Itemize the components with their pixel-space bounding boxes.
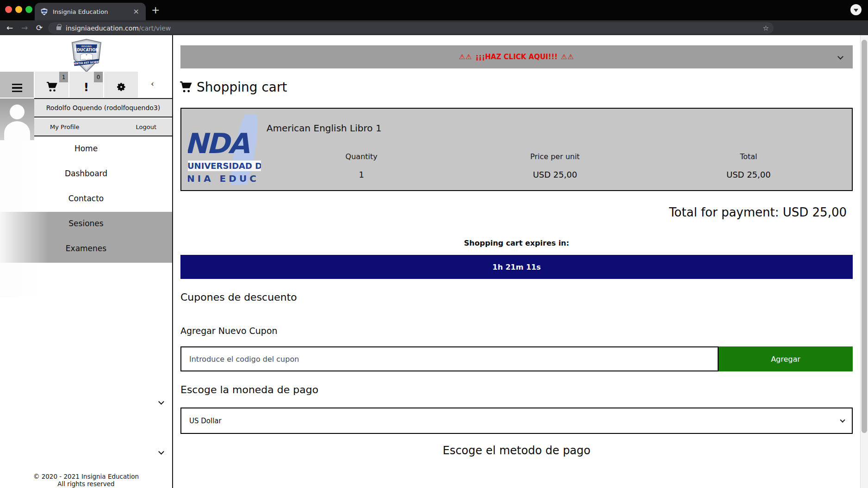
nav-label-home: Home (74, 144, 98, 153)
logout-link[interactable]: Logout (136, 124, 156, 130)
cart-expires-label: Shopping cart expires in: (180, 239, 853, 247)
examenes-chevron-down-icon (158, 449, 164, 455)
sidebar-item-sesiones[interactable]: Sesiones (0, 215, 172, 232)
tab-favicon-icon (40, 8, 48, 16)
select-chevron-down-icon (840, 417, 845, 422)
page-title-text: Shopping cart (197, 80, 287, 95)
forward-icon[interactable]: → (21, 20, 28, 35)
cart-count-badge: 1 (59, 72, 68, 82)
product-image-text1: NDA (188, 127, 248, 160)
total-label: Total (652, 152, 845, 161)
alert-icon: ! (84, 83, 89, 92)
coupons-heading: Cupones de descuento (180, 291, 297, 303)
scrollbar-thumb[interactable] (862, 40, 867, 433)
warning-banner[interactable]: ⚠⚠ ¡¡¡HAZ CLICK AQUI!!! ⚠⚠ (180, 45, 853, 68)
price-value: USD 25,00 (458, 170, 651, 179)
page-scrollbar[interactable] (860, 35, 868, 488)
browser-tab-bar: Insignia Education × + (0, 0, 868, 20)
main-content: ⚠⚠ ¡¡¡HAZ CLICK AQUI!!! ⚠⚠ Shopping cart… (174, 35, 868, 488)
sesiones-chevron-down-icon (158, 399, 164, 405)
currency-heading: Escoge la moneda de pago (180, 384, 318, 395)
add-coupon-heading: Agregar Nuevo Cupon (180, 326, 278, 336)
user-links-row: My Profile Logout (34, 118, 172, 136)
macos-fullscreen-button[interactable] (25, 6, 32, 13)
user-name-row: Rodolfo Oquendo (rodolfoquendo3) (34, 98, 172, 117)
tab-close-icon[interactable]: × (132, 8, 140, 15)
nav-label-examenes: Examenes (66, 244, 106, 253)
quantity-label: Quantity (265, 152, 458, 161)
url-path: /cart/view (139, 25, 171, 32)
user-avatar (0, 99, 34, 140)
screen: Insignia Education × + ← → ⟳ insigniaedu… (0, 0, 868, 488)
product-image-text3: NIA EDUC (188, 173, 259, 184)
address-bar[interactable]: insigniaeducation.com/cart/view ☆ (48, 22, 774, 34)
currency-select[interactable]: US Dollar (180, 408, 853, 434)
cart-icon (46, 82, 57, 92)
coupon-code-input[interactable] (180, 346, 719, 371)
sidebar-item-examenes[interactable]: Examenes (0, 240, 172, 257)
logo-line2: EDUCATION (74, 48, 99, 52)
warning-icon-right: ⚠⚠ (561, 53, 574, 61)
logo-line1: INSIGNIA (81, 45, 92, 48)
product-image: NDA UNIVERSIDAD DE NIA EDUC (188, 114, 261, 185)
price-label: Price per unit (458, 152, 651, 161)
avatar-head (10, 105, 25, 119)
nav-label-dashboard: Dashboard (65, 169, 107, 178)
hamburger-icon (12, 84, 22, 93)
sidebar: INSIGNIA EDUCATION SCIENTIA EST SCIENTIA… (0, 35, 173, 488)
sidebar-item-dashboard[interactable]: Dashboard (0, 165, 172, 182)
avatar-torso (4, 121, 30, 140)
url-domain: insigniaeducation.com (66, 25, 139, 32)
product-name: American English Libro 1 (267, 123, 382, 134)
copyright-line: © 2020 - 2021 Insignia Education (0, 473, 172, 480)
cart-timer-bar: 1h 21m 11s (180, 255, 853, 279)
my-profile-link[interactable]: My Profile (50, 124, 79, 130)
sidebar-settings-button[interactable] (104, 72, 138, 98)
payment-method-heading: Escoge el metodo de pago (180, 444, 853, 457)
new-tab-icon[interactable]: + (151, 4, 160, 16)
cart-timer-value: 1h 21m 11s (492, 263, 540, 272)
nav-label-sesiones: Sesiones (68, 219, 103, 228)
total-value: USD 25,00 (652, 170, 845, 179)
product-image-text2: UNIVERSIDAD DE (188, 161, 261, 171)
back-icon[interactable]: ← (6, 20, 13, 35)
rights-line: All rights reserved (0, 480, 172, 488)
browser-tab[interactable]: Insignia Education × (35, 3, 146, 20)
sidebar-item-contacto[interactable]: Contacto (0, 190, 172, 207)
total-for-payment: Total for payment: USD 25,00 (669, 205, 847, 219)
reload-icon[interactable]: ⟳ (36, 20, 43, 35)
quantity-column: Quantity 1 (265, 152, 458, 179)
warning-banner-text: ¡¡¡HAZ CLICK AQUI!!! (476, 53, 558, 61)
insignia-logo: INSIGNIA EDUCATION SCIENTIA EST SCIENTIA (70, 39, 103, 73)
alerts-count-badge: 0 (94, 72, 103, 82)
add-coupon-button[interactable]: Agregar (719, 346, 853, 371)
page-title: Shopping cart (180, 80, 287, 95)
macos-close-button[interactable] (5, 6, 12, 13)
nav-label-contacto: Contacto (68, 194, 104, 203)
product-columns: Quantity 1 Price per unit USD 25,00 Tota… (265, 152, 845, 179)
bookmark-star-icon[interactable]: ☆ (763, 24, 769, 32)
sidebar-collapse-icon[interactable]: ‹ (151, 79, 154, 88)
sidebar-menu-button[interactable] (0, 72, 34, 98)
total-column: Total USD 25,00 (652, 152, 845, 179)
browser-toolbar: ← → ⟳ insigniaeducation.com/cart/view ☆ … (0, 20, 868, 35)
price-column: Price per unit USD 25,00 (458, 152, 651, 179)
macos-minimize-button[interactable] (15, 6, 22, 13)
cart-item-card: NDA UNIVERSIDAD DE NIA EDUC American Eng… (180, 108, 853, 191)
warning-icon-left: ⚠⚠ (459, 53, 472, 61)
profile-caret-icon (854, 9, 858, 12)
browser-profile-button[interactable] (850, 4, 862, 15)
currency-selected-value: US Dollar (189, 417, 222, 425)
gear-icon (116, 82, 126, 92)
sidebar-footer: © 2020 - 2021 Insignia Education All rig… (0, 473, 172, 488)
lock-icon (56, 26, 61, 30)
quantity-value: 1 (265, 170, 458, 179)
shopping-cart-icon (180, 81, 192, 93)
banner-chevron-down-icon[interactable] (837, 54, 843, 60)
user-name: Rodolfo Oquendo (rodolfoquendo3) (46, 104, 161, 111)
page-url: insigniaeducation.com/cart/view (66, 25, 171, 32)
sidebar-item-home[interactable]: Home (0, 140, 172, 157)
tab-title: Insignia Education (53, 8, 132, 15)
